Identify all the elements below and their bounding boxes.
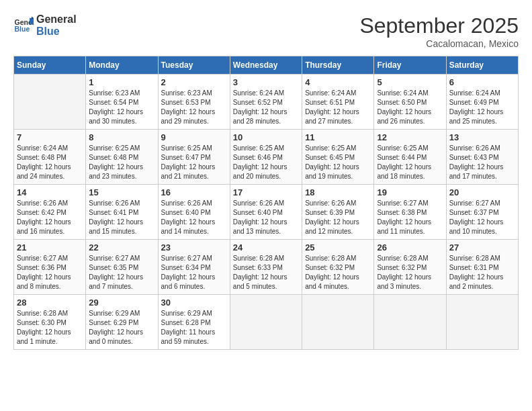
day-cell: 22Sunrise: 6:27 AM Sunset: 6:35 PM Dayli… xyxy=(86,240,158,295)
day-info: Sunrise: 6:29 AM Sunset: 6:29 PM Dayligh… xyxy=(89,309,154,347)
day-info: Sunrise: 6:24 AM Sunset: 6:48 PM Dayligh… xyxy=(17,144,83,181)
day-cell: 8Sunrise: 6:25 AM Sunset: 6:48 PM Daylig… xyxy=(86,130,158,185)
day-cell: 12Sunrise: 6:25 AM Sunset: 6:44 PM Dayli… xyxy=(374,130,446,185)
day-info: Sunrise: 6:27 AM Sunset: 6:35 PM Dayligh… xyxy=(89,254,154,291)
day-cell: 1Sunrise: 6:23 AM Sunset: 6:54 PM Daylig… xyxy=(86,75,158,130)
day-number: 13 xyxy=(449,132,515,142)
day-cell xyxy=(302,295,374,350)
logo: General Blue General Blue xyxy=(13,13,77,38)
day-info: Sunrise: 6:23 AM Sunset: 6:54 PM Dayligh… xyxy=(89,89,154,126)
day-cell: 10Sunrise: 6:25 AM Sunset: 6:46 PM Dayli… xyxy=(230,130,302,185)
day-number: 30 xyxy=(161,298,227,308)
day-cell: 21Sunrise: 6:27 AM Sunset: 6:36 PM Dayli… xyxy=(14,240,86,295)
day-cell xyxy=(374,295,446,350)
col-header-monday: Monday xyxy=(86,56,158,75)
day-number: 1 xyxy=(89,77,154,87)
logo-line1: General xyxy=(36,13,77,26)
week-row-5: 28Sunrise: 6:28 AM Sunset: 6:30 PM Dayli… xyxy=(14,295,519,350)
day-cell: 9Sunrise: 6:25 AM Sunset: 6:47 PM Daylig… xyxy=(158,130,230,185)
day-info: Sunrise: 6:27 AM Sunset: 6:36 PM Dayligh… xyxy=(17,254,83,291)
day-info: Sunrise: 6:28 AM Sunset: 6:30 PM Dayligh… xyxy=(17,309,83,347)
col-header-saturday: Saturday xyxy=(446,56,518,75)
col-header-tuesday: Tuesday xyxy=(158,56,230,75)
month-title: September 2025 xyxy=(359,13,519,38)
day-info: Sunrise: 6:27 AM Sunset: 6:34 PM Dayligh… xyxy=(161,254,227,291)
day-cell: 13Sunrise: 6:26 AM Sunset: 6:43 PM Dayli… xyxy=(446,130,518,185)
day-cell: 11Sunrise: 6:25 AM Sunset: 6:45 PM Dayli… xyxy=(302,130,374,185)
day-info: Sunrise: 6:26 AM Sunset: 6:41 PM Dayligh… xyxy=(89,199,154,236)
day-cell: 27Sunrise: 6:28 AM Sunset: 6:31 PM Dayli… xyxy=(446,240,518,295)
day-number: 23 xyxy=(161,242,227,253)
day-cell: 16Sunrise: 6:26 AM Sunset: 6:40 PM Dayli… xyxy=(158,185,230,240)
logo-line2: Blue xyxy=(36,26,77,38)
day-cell: 17Sunrise: 6:26 AM Sunset: 6:40 PM Dayli… xyxy=(230,185,302,240)
day-number: 22 xyxy=(89,242,154,253)
logo-icon: General Blue xyxy=(13,15,34,36)
day-cell: 30Sunrise: 6:29 AM Sunset: 6:28 PM Dayli… xyxy=(158,295,230,350)
day-number: 27 xyxy=(449,242,515,253)
week-row-3: 14Sunrise: 6:26 AM Sunset: 6:42 PM Dayli… xyxy=(14,185,519,240)
day-info: Sunrise: 6:25 AM Sunset: 6:44 PM Dayligh… xyxy=(377,144,443,181)
page-header: General Blue General Blue September 2025… xyxy=(13,13,519,49)
day-cell: 28Sunrise: 6:28 AM Sunset: 6:30 PM Dayli… xyxy=(14,295,86,350)
day-cell xyxy=(446,295,518,350)
day-info: Sunrise: 6:28 AM Sunset: 6:33 PM Dayligh… xyxy=(233,254,299,291)
week-row-4: 21Sunrise: 6:27 AM Sunset: 6:36 PM Dayli… xyxy=(14,240,519,295)
day-number: 10 xyxy=(233,132,299,142)
location: Cacalomacan, Mexico xyxy=(359,38,519,49)
day-number: 20 xyxy=(449,187,515,197)
day-number: 19 xyxy=(377,187,443,197)
day-info: Sunrise: 6:24 AM Sunset: 6:49 PM Dayligh… xyxy=(449,89,515,126)
day-info: Sunrise: 6:29 AM Sunset: 6:28 PM Dayligh… xyxy=(161,309,227,347)
day-cell: 14Sunrise: 6:26 AM Sunset: 6:42 PM Dayli… xyxy=(14,185,86,240)
day-number: 25 xyxy=(305,242,371,253)
day-info: Sunrise: 6:26 AM Sunset: 6:39 PM Dayligh… xyxy=(305,199,371,236)
day-cell: 2Sunrise: 6:23 AM Sunset: 6:53 PM Daylig… xyxy=(158,75,230,130)
day-number: 14 xyxy=(17,187,83,197)
day-number: 28 xyxy=(17,298,83,308)
day-info: Sunrise: 6:24 AM Sunset: 6:51 PM Dayligh… xyxy=(305,89,371,126)
day-cell: 29Sunrise: 6:29 AM Sunset: 6:29 PM Dayli… xyxy=(86,295,158,350)
day-number: 24 xyxy=(233,242,299,253)
day-cell: 18Sunrise: 6:26 AM Sunset: 6:39 PM Dayli… xyxy=(302,185,374,240)
day-info: Sunrise: 6:25 AM Sunset: 6:45 PM Dayligh… xyxy=(305,144,371,181)
day-info: Sunrise: 6:26 AM Sunset: 6:40 PM Dayligh… xyxy=(233,199,299,236)
day-info: Sunrise: 6:23 AM Sunset: 6:53 PM Dayligh… xyxy=(161,89,227,126)
day-cell: 4Sunrise: 6:24 AM Sunset: 6:51 PM Daylig… xyxy=(302,75,374,130)
day-info: Sunrise: 6:27 AM Sunset: 6:38 PM Dayligh… xyxy=(377,199,443,236)
day-cell: 19Sunrise: 6:27 AM Sunset: 6:38 PM Dayli… xyxy=(374,185,446,240)
day-info: Sunrise: 6:25 AM Sunset: 6:46 PM Dayligh… xyxy=(233,144,299,181)
day-number: 26 xyxy=(377,242,443,253)
header-row: SundayMondayTuesdayWednesdayThursdayFrid… xyxy=(14,56,519,75)
day-cell: 26Sunrise: 6:28 AM Sunset: 6:32 PM Dayli… xyxy=(374,240,446,295)
day-cell: 15Sunrise: 6:26 AM Sunset: 6:41 PM Dayli… xyxy=(86,185,158,240)
day-number: 9 xyxy=(161,132,227,142)
day-number: 7 xyxy=(17,132,83,142)
day-number: 11 xyxy=(305,132,371,142)
day-cell: 23Sunrise: 6:27 AM Sunset: 6:34 PM Dayli… xyxy=(158,240,230,295)
day-number: 4 xyxy=(305,77,371,87)
day-cell: 25Sunrise: 6:28 AM Sunset: 6:32 PM Dayli… xyxy=(302,240,374,295)
day-number: 21 xyxy=(17,242,83,253)
week-row-1: 1Sunrise: 6:23 AM Sunset: 6:54 PM Daylig… xyxy=(14,75,519,130)
day-number: 15 xyxy=(89,187,154,197)
day-cell xyxy=(14,75,86,130)
day-info: Sunrise: 6:25 AM Sunset: 6:48 PM Dayligh… xyxy=(89,144,154,181)
title-block: September 2025 Cacalomacan, Mexico xyxy=(359,13,519,49)
day-info: Sunrise: 6:28 AM Sunset: 6:32 PM Dayligh… xyxy=(377,254,443,291)
day-cell: 7Sunrise: 6:24 AM Sunset: 6:48 PM Daylig… xyxy=(14,130,86,185)
day-cell: 6Sunrise: 6:24 AM Sunset: 6:49 PM Daylig… xyxy=(446,75,518,130)
col-header-wednesday: Wednesday xyxy=(230,56,302,75)
week-row-2: 7Sunrise: 6:24 AM Sunset: 6:48 PM Daylig… xyxy=(14,130,519,185)
day-number: 2 xyxy=(161,77,227,87)
day-cell xyxy=(230,295,302,350)
day-number: 12 xyxy=(377,132,443,142)
col-header-sunday: Sunday xyxy=(14,56,86,75)
day-cell: 24Sunrise: 6:28 AM Sunset: 6:33 PM Dayli… xyxy=(230,240,302,295)
day-info: Sunrise: 6:26 AM Sunset: 6:43 PM Dayligh… xyxy=(449,144,515,181)
day-number: 18 xyxy=(305,187,371,197)
day-info: Sunrise: 6:26 AM Sunset: 6:42 PM Dayligh… xyxy=(17,199,83,236)
day-info: Sunrise: 6:28 AM Sunset: 6:32 PM Dayligh… xyxy=(305,254,371,291)
day-number: 29 xyxy=(89,298,154,308)
calendar-table: SundayMondayTuesdayWednesdayThursdayFrid… xyxy=(13,56,519,350)
